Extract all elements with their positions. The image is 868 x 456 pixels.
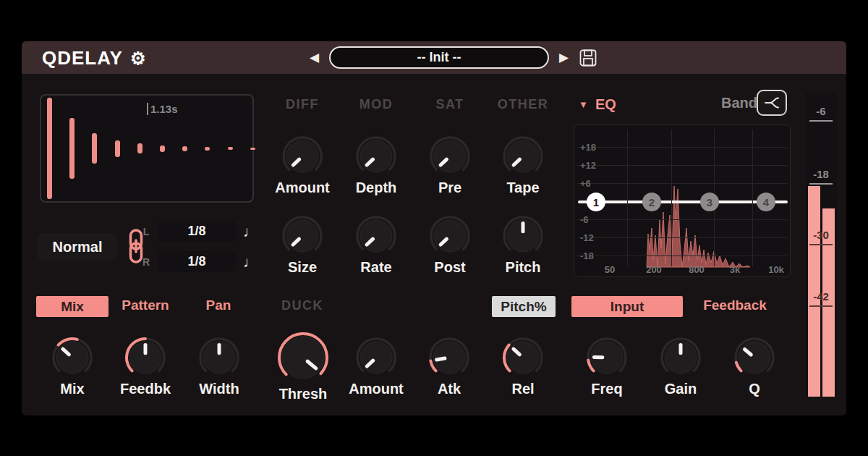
eq-band-node-3[interactable]: 3: [700, 193, 719, 211]
time-division-selector[interactable]: 1/8: [158, 221, 236, 242]
knob-mix[interactable]: Mix: [51, 337, 93, 397]
tab-duck: DUCK: [281, 298, 323, 313]
tab-pitch[interactable]: Pitch%: [492, 296, 556, 317]
knob-size[interactable]: Size: [281, 215, 323, 276]
meter-label: -30: [805, 229, 837, 241]
knob-label: Amount: [275, 180, 330, 196]
knob-atk[interactable]: Atk: [428, 337, 470, 397]
echo-bar: [137, 143, 142, 153]
echo-bar: [182, 146, 187, 151]
delay-mode-button[interactable]: Normal: [38, 233, 117, 261]
eq-x-tick: 50: [605, 264, 615, 275]
title-bar: QDELAY ⚙ ◀ -- Init -- ▶: [22, 41, 846, 74]
knob-q[interactable]: Q: [733, 337, 775, 397]
knob-label: Feedbk: [120, 381, 171, 397]
meter-tick: [809, 120, 833, 122]
eq-x-tick: 200: [646, 264, 662, 275]
echo-bar: [205, 147, 210, 151]
knob-amount[interactable]: Amount: [275, 135, 330, 196]
eq-y-tick: -12: [580, 232, 594, 243]
eq-gridline: [577, 219, 787, 220]
delay-visualizer: 1.13s: [40, 94, 254, 203]
knob-label: Gain: [665, 381, 697, 397]
knob-width[interactable]: Width: [198, 337, 240, 397]
eq-band-node-2[interactable]: 2: [642, 193, 661, 211]
preset-navigator: ◀ -- Init -- ▶: [310, 46, 597, 69]
note-sync-icon[interactable]: ♩: [243, 254, 258, 269]
eq-gridline: [671, 130, 672, 266]
knob-label: Rel: [511, 381, 534, 397]
knob-label: Depth: [356, 180, 397, 196]
knob-pitch[interactable]: Pitch: [502, 215, 544, 276]
delay-time-label: 1.13s: [150, 103, 178, 115]
knob-gain[interactable]: Gain: [660, 337, 702, 397]
eq-y-tick: +6: [580, 178, 591, 189]
knob-pre[interactable]: Pre: [429, 135, 471, 196]
app-title-text: QDELAY: [42, 47, 123, 69]
save-preset-icon[interactable]: [579, 48, 597, 67]
knob-rel[interactable]: Rel: [502, 337, 544, 397]
knob-freq[interactable]: Freq: [586, 337, 628, 397]
knob-thresh[interactable]: Thresh: [277, 332, 329, 402]
echo-bar: [228, 147, 233, 150]
eq-y-tick: +18: [580, 142, 596, 153]
knob-feedbk[interactable]: Feedbk: [120, 337, 171, 397]
echo-bar: [115, 140, 120, 157]
preset-prev-icon[interactable]: ◀: [310, 51, 319, 64]
knob-label: Pre: [438, 180, 461, 196]
tab-pan[interactable]: Pan: [206, 297, 231, 313]
knob-label: Rate: [360, 259, 391, 276]
delay-mode-label: Normal: [53, 239, 103, 256]
eq-graph-panel: +18+12+6-6-12-18502008003k10k1234: [574, 124, 791, 277]
eq-band-node-4[interactable]: 4: [757, 193, 775, 211]
knob-label: Width: [199, 381, 239, 397]
section-header-mod: MOD: [359, 97, 393, 112]
channel-label: R: [142, 256, 150, 268]
knob-label: Thresh: [279, 386, 328, 402]
meter-label: -6: [805, 105, 837, 117]
knob-label: Pitch: [506, 259, 541, 276]
eq-collapse-icon[interactable]: ▼: [579, 99, 588, 110]
tab-feedback[interactable]: Feedback: [703, 297, 767, 313]
knob-rate[interactable]: Rate: [355, 215, 397, 276]
knob-label: Freq: [591, 381, 622, 397]
eq-y-tick: -18: [580, 250, 594, 261]
eq-gridline: [752, 130, 753, 266]
time-division-selector[interactable]: 1/8: [158, 251, 236, 272]
eq-gridline: [577, 183, 787, 184]
knob-label: Mix: [60, 381, 84, 397]
echo-bar: [47, 98, 52, 199]
preset-selector[interactable]: -- Init --: [329, 46, 549, 69]
meter-label: -42: [805, 290, 837, 303]
eq-title: EQ: [595, 96, 616, 113]
eq-x-tick: 10k: [768, 264, 784, 275]
eq-band-node-1[interactable]: 1: [587, 193, 605, 211]
knob-amount[interactable]: Amount: [349, 337, 404, 397]
tab-mix[interactable]: Mix: [36, 296, 109, 317]
section-header-diff: DIFF: [286, 97, 319, 112]
knob-label: Size: [288, 259, 317, 276]
eq-gridline: [577, 237, 787, 238]
note-sync-icon[interactable]: ♩: [243, 224, 258, 239]
eq-gridline: [577, 147, 787, 148]
knob-tape[interactable]: Tape: [502, 135, 544, 196]
eq-x-tick: 800: [689, 264, 705, 275]
split-icon: [763, 96, 780, 110]
meter-tick: [809, 244, 833, 245]
section-header-sat: SAT: [435, 97, 464, 112]
tab-input[interactable]: Input: [571, 296, 683, 317]
knob-depth[interactable]: Depth: [355, 135, 397, 196]
knob-label: Q: [749, 381, 760, 397]
eq-y-tick: +12: [580, 160, 596, 171]
band-split-button[interactable]: [757, 90, 787, 116]
tab-pattern[interactable]: Pattern: [122, 297, 169, 313]
preset-next-icon[interactable]: ▶: [559, 51, 569, 64]
eq-gridline: [577, 165, 787, 166]
time-row-l: L1/8♩: [142, 221, 258, 242]
eq-header[interactable]: ▼ EQ: [579, 96, 616, 113]
section-header-other: OTHER: [498, 97, 549, 112]
knob-label: Post: [434, 259, 465, 276]
channel-label: L: [142, 226, 150, 237]
knob-post[interactable]: Post: [429, 215, 471, 276]
settings-gear-icon[interactable]: ⚙: [130, 50, 147, 67]
